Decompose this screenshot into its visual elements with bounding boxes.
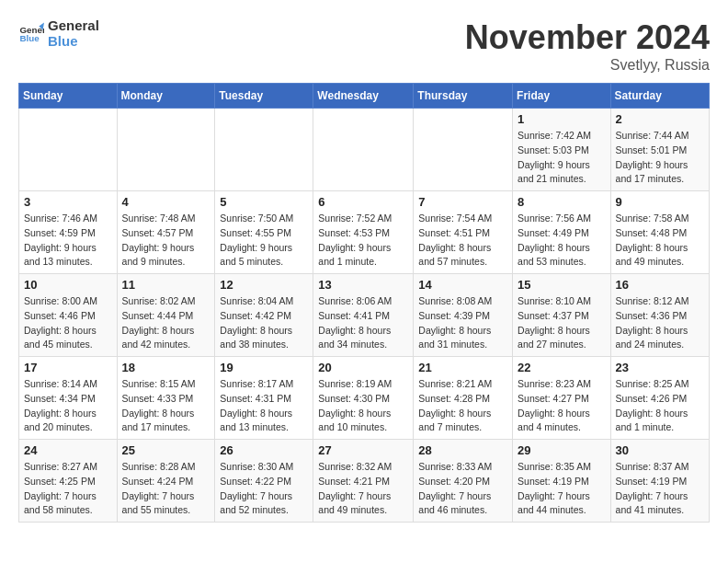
- calendar-week-row: 10Sunrise: 8:00 AMSunset: 4:46 PMDayligh…: [19, 274, 710, 357]
- logo-text-general: General: [48, 18, 99, 34]
- calendar-cell: [313, 109, 414, 191]
- day-number: 19: [220, 361, 308, 374]
- day-number: 10: [24, 278, 112, 292]
- calendar-cell: 22Sunrise: 8:23 AMSunset: 4:27 PMDayligh…: [513, 357, 611, 440]
- day-number: 3: [24, 195, 112, 209]
- calendar-cell: 27Sunrise: 8:32 AMSunset: 4:21 PMDayligh…: [313, 440, 414, 523]
- title-block: November 2024 Svetlyy, Russia: [465, 18, 710, 74]
- day-info: Sunrise: 8:15 AMSunset: 4:33 PMDaylight:…: [122, 377, 210, 435]
- day-number: 27: [318, 443, 408, 457]
- day-number: 30: [616, 443, 704, 457]
- calendar-cell: 6Sunrise: 7:52 AMSunset: 4:53 PMDaylight…: [313, 191, 414, 274]
- day-number: 22: [518, 361, 606, 374]
- day-info: Sunrise: 8:17 AMSunset: 4:31 PMDaylight:…: [220, 377, 308, 435]
- weekday-header: Monday: [117, 84, 215, 109]
- page-header: General Blue General Blue November 2024 …: [18, 18, 710, 74]
- calendar-cell: 30Sunrise: 8:37 AMSunset: 4:19 PMDayligh…: [610, 440, 709, 523]
- day-info: Sunrise: 7:48 AMSunset: 4:57 PMDaylight:…: [122, 212, 210, 270]
- day-info: Sunrise: 8:02 AMSunset: 4:44 PMDaylight:…: [122, 294, 210, 352]
- calendar-week-row: 3Sunrise: 7:46 AMSunset: 4:59 PMDaylight…: [19, 191, 710, 274]
- calendar-week-row: 1Sunrise: 7:42 AMSunset: 5:03 PMDaylight…: [19, 109, 710, 191]
- day-number: 8: [518, 195, 606, 209]
- day-info: Sunrise: 8:37 AMSunset: 4:19 PMDaylight:…: [616, 460, 704, 518]
- day-info: Sunrise: 8:28 AMSunset: 4:24 PMDaylight:…: [122, 460, 210, 518]
- calendar-cell: 10Sunrise: 8:00 AMSunset: 4:46 PMDayligh…: [19, 274, 118, 357]
- calendar-cell: 14Sunrise: 8:08 AMSunset: 4:39 PMDayligh…: [414, 274, 513, 357]
- calendar-cell: 16Sunrise: 8:12 AMSunset: 4:36 PMDayligh…: [610, 274, 709, 357]
- day-info: Sunrise: 8:21 AMSunset: 4:28 PMDaylight:…: [418, 377, 507, 435]
- day-info: Sunrise: 7:54 AMSunset: 4:51 PMDaylight:…: [418, 212, 507, 270]
- day-info: Sunrise: 8:14 AMSunset: 4:34 PMDaylight:…: [24, 377, 112, 435]
- day-info: Sunrise: 8:35 AMSunset: 4:19 PMDaylight:…: [518, 460, 606, 518]
- day-number: 24: [24, 443, 112, 457]
- weekday-header: Sunday: [19, 84, 118, 109]
- calendar-table: SundayMondayTuesdayWednesdayThursdayFrid…: [18, 83, 710, 523]
- day-number: 6: [318, 195, 408, 209]
- calendar-cell: 26Sunrise: 8:30 AMSunset: 4:22 PMDayligh…: [215, 440, 313, 523]
- calendar-cell: 21Sunrise: 8:21 AMSunset: 4:28 PMDayligh…: [414, 357, 513, 440]
- day-number: 13: [318, 278, 408, 292]
- day-info: Sunrise: 8:30 AMSunset: 4:22 PMDaylight:…: [220, 460, 308, 518]
- calendar-cell: 4Sunrise: 7:48 AMSunset: 4:57 PMDaylight…: [117, 191, 215, 274]
- weekday-row: SundayMondayTuesdayWednesdayThursdayFrid…: [19, 84, 710, 109]
- day-info: Sunrise: 7:42 AMSunset: 5:03 PMDaylight:…: [518, 129, 606, 187]
- day-info: Sunrise: 8:08 AMSunset: 4:39 PMDaylight:…: [418, 294, 507, 352]
- location: Svetlyy, Russia: [465, 57, 710, 74]
- day-info: Sunrise: 8:19 AMSunset: 4:30 PMDaylight:…: [318, 377, 408, 435]
- day-number: 16: [616, 278, 704, 292]
- day-info: Sunrise: 8:25 AMSunset: 4:26 PMDaylight:…: [616, 377, 704, 435]
- calendar-cell: 20Sunrise: 8:19 AMSunset: 4:30 PMDayligh…: [313, 357, 414, 440]
- day-info: Sunrise: 8:12 AMSunset: 4:36 PMDaylight:…: [616, 294, 704, 352]
- day-info: Sunrise: 7:50 AMSunset: 4:55 PMDaylight:…: [220, 212, 308, 270]
- weekday-header: Friday: [513, 84, 611, 109]
- logo-icon: General Blue: [18, 21, 44, 47]
- weekday-header: Saturday: [610, 84, 709, 109]
- calendar-cell: [215, 109, 313, 191]
- weekday-header: Tuesday: [215, 84, 313, 109]
- day-info: Sunrise: 7:56 AMSunset: 4:49 PMDaylight:…: [518, 212, 606, 270]
- calendar-cell: 19Sunrise: 8:17 AMSunset: 4:31 PMDayligh…: [215, 357, 313, 440]
- calendar-cell: 3Sunrise: 7:46 AMSunset: 4:59 PMDaylight…: [19, 191, 118, 274]
- calendar-cell: 5Sunrise: 7:50 AMSunset: 4:55 PMDaylight…: [215, 191, 313, 274]
- calendar-cell: 23Sunrise: 8:25 AMSunset: 4:26 PMDayligh…: [610, 357, 709, 440]
- day-info: Sunrise: 8:00 AMSunset: 4:46 PMDaylight:…: [24, 294, 112, 352]
- calendar-cell: [414, 109, 513, 191]
- month-title: November 2024: [465, 18, 710, 57]
- day-number: 18: [122, 361, 210, 374]
- day-number: 5: [220, 195, 308, 209]
- day-number: 1: [518, 112, 606, 126]
- day-number: 7: [418, 195, 507, 209]
- calendar-cell: 29Sunrise: 8:35 AMSunset: 4:19 PMDayligh…: [513, 440, 611, 523]
- day-number: 23: [616, 361, 704, 374]
- calendar-cell: 25Sunrise: 8:28 AMSunset: 4:24 PMDayligh…: [117, 440, 215, 523]
- day-info: Sunrise: 8:10 AMSunset: 4:37 PMDaylight:…: [518, 294, 606, 352]
- day-info: Sunrise: 7:46 AMSunset: 4:59 PMDaylight:…: [24, 212, 112, 270]
- day-number: 2: [616, 112, 704, 126]
- day-info: Sunrise: 8:04 AMSunset: 4:42 PMDaylight:…: [220, 294, 308, 352]
- day-info: Sunrise: 8:27 AMSunset: 4:25 PMDaylight:…: [24, 460, 112, 518]
- day-number: 14: [418, 278, 507, 292]
- day-number: 15: [518, 278, 606, 292]
- calendar-cell: 24Sunrise: 8:27 AMSunset: 4:25 PMDayligh…: [19, 440, 118, 523]
- day-number: 11: [122, 278, 210, 292]
- day-number: 28: [418, 443, 507, 457]
- day-info: Sunrise: 8:33 AMSunset: 4:20 PMDaylight:…: [418, 460, 507, 518]
- day-number: 26: [220, 443, 308, 457]
- calendar-header: SundayMondayTuesdayWednesdayThursdayFrid…: [19, 84, 710, 109]
- day-info: Sunrise: 7:58 AMSunset: 4:48 PMDaylight:…: [616, 212, 704, 270]
- logo-text-blue: Blue: [48, 34, 99, 50]
- day-number: 20: [318, 361, 408, 374]
- logo: General Blue General Blue: [18, 18, 99, 49]
- calendar-cell: 1Sunrise: 7:42 AMSunset: 5:03 PMDaylight…: [513, 109, 611, 191]
- day-number: 12: [220, 278, 308, 292]
- day-info: Sunrise: 8:06 AMSunset: 4:41 PMDaylight:…: [318, 294, 408, 352]
- calendar-cell: 28Sunrise: 8:33 AMSunset: 4:20 PMDayligh…: [414, 440, 513, 523]
- calendar-cell: 9Sunrise: 7:58 AMSunset: 4:48 PMDaylight…: [610, 191, 709, 274]
- day-number: 17: [24, 361, 112, 374]
- weekday-header: Thursday: [414, 84, 513, 109]
- calendar-cell: 7Sunrise: 7:54 AMSunset: 4:51 PMDaylight…: [414, 191, 513, 274]
- svg-text:Blue: Blue: [19, 33, 40, 43]
- calendar-cell: 11Sunrise: 8:02 AMSunset: 4:44 PMDayligh…: [117, 274, 215, 357]
- calendar-cell: 8Sunrise: 7:56 AMSunset: 4:49 PMDaylight…: [513, 191, 611, 274]
- calendar-cell: 15Sunrise: 8:10 AMSunset: 4:37 PMDayligh…: [513, 274, 611, 357]
